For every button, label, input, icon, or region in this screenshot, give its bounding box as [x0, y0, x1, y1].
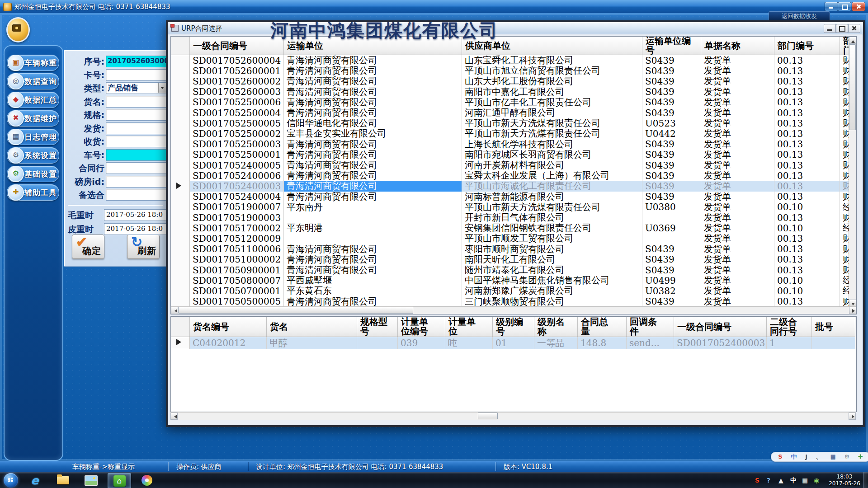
column-header-7[interactable]: 级别名称: [534, 317, 578, 337]
field-7-input[interactable]: [106, 136, 167, 147]
grid-cell[interactable]: 河南汇通甲醇有限公司: [462, 108, 642, 118]
sidebar-item-1[interactable]: ▣车辆称重: [7, 55, 59, 71]
horizontal-scrollbar[interactable]: [171, 306, 856, 314]
sidebar-item-4[interactable]: ✖数据维护: [7, 110, 59, 127]
taskbar-item-2[interactable]: [52, 473, 74, 488]
grid-cell[interactable]: 00.13: [774, 66, 840, 76]
grid-cell[interactable]: S0439: [642, 254, 701, 265]
grid-cell[interactable]: 平顶山市新天方洗煤有限责任公司: [462, 128, 642, 139]
scroll-down-button[interactable]: [849, 300, 856, 307]
sidebar-item-7[interactable]: ⚙基础设置: [7, 166, 59, 182]
grid-cell[interactable]: S0439: [642, 139, 701, 150]
input-method-bar[interactable]: S中J、▦⚙✚: [771, 452, 868, 462]
grid-cell[interactable]: [284, 212, 462, 223]
grid-cell[interactable]: 发货单: [701, 170, 774, 181]
expand-tray-icon[interactable]: ▲: [778, 477, 783, 484]
row-header[interactable]: [171, 233, 190, 244]
table-row[interactable]: SD0017051900007平东南丹平顶山市新天方洗煤有限责任公司U0380发…: [171, 202, 855, 213]
grid-cell[interactable]: 开封市新日气体有限公司: [462, 212, 642, 223]
table-row[interactable]: SD0017051700002平东明港安钢集团信阳钢铁有限责任公司U0369发货…: [171, 223, 855, 234]
sidebar-item-2[interactable]: ◎数据查询: [7, 73, 59, 89]
keyboard-tray-icon[interactable]: ▦: [802, 477, 808, 484]
grid-cell[interactable]: 河南新郑豫广煤炭有限公司: [462, 286, 642, 296]
row-header[interactable]: [171, 192, 190, 202]
lang-tray-icon[interactable]: 中: [790, 477, 797, 485]
grid-cell[interactable]: 00.13: [774, 212, 840, 223]
table-row[interactable]: SD0017052500002宝丰县企安实业有限公司平顶山市新天方洗煤有限责任公…: [171, 128, 855, 139]
vertical-scrollbar[interactable]: [849, 37, 856, 307]
grid-cell[interactable]: SD0017052600004: [190, 55, 284, 66]
grid-cell[interactable]: 青海清河商贸有限公司: [284, 150, 462, 160]
grid-cell[interactable]: 00.13: [774, 296, 840, 307]
field-3-input[interactable]: 产品销售: [106, 82, 167, 94]
grid-cell[interactable]: S0439: [642, 296, 701, 307]
row-header[interactable]: [171, 275, 190, 286]
row-header[interactable]: [171, 118, 190, 128]
grid-cell[interactable]: SD0017051100006: [190, 244, 284, 254]
sidebar-item-6[interactable]: ⚙系统设置: [7, 147, 59, 164]
grid-cell[interactable]: S0439: [642, 150, 701, 160]
grid-cell[interactable]: 青海清河商贸有限公司: [284, 76, 462, 86]
table-row[interactable]: SD0017050800007平西戚墅堰中国平煤神马集团焦化销售有限公司U049…: [171, 275, 855, 286]
field-1-input[interactable]: 20170526030001: [106, 56, 167, 67]
grid-cell[interactable]: 00.13: [774, 139, 840, 150]
row-header[interactable]: [171, 160, 190, 170]
confirm-button[interactable]: ✔ 确定: [72, 235, 104, 259]
column-header-3[interactable]: 供应商单位: [462, 37, 642, 55]
grid-cell[interactable]: 发货单: [701, 233, 774, 244]
table-row[interactable]: SD0017052400005青海清河商贸有限公司河南开炭新材料有限公司S043…: [171, 160, 855, 171]
table-row[interactable]: SD0017051200009平顶山市顺发工贸有限公司发货单00.13财务: [171, 233, 855, 244]
grid-cell[interactable]: 河南标普新能源有限公司: [462, 192, 642, 202]
column-header-9[interactable]: 回调条件: [627, 317, 674, 337]
row-header[interactable]: [171, 170, 190, 181]
field-4-input[interactable]: [106, 96, 167, 108]
grid-cell[interactable]: 发货单: [701, 212, 774, 223]
grid-cell[interactable]: 青海清河商贸有限公司: [284, 254, 462, 265]
grid-cell[interactable]: 148.8: [578, 337, 627, 349]
grid-cell[interactable]: SD0017051000002: [190, 254, 284, 265]
column-header-2[interactable]: 运输单位: [284, 37, 462, 55]
grid-cell[interactable]: 山东宝舜化工科技有限公司: [462, 55, 642, 66]
grid-cell[interactable]: 河南开炭新材料有限公司: [462, 160, 642, 170]
grid-cell[interactable]: SD0017052600001: [190, 66, 284, 76]
field-6-input[interactable]: [106, 122, 167, 134]
table-row[interactable]: SD0017052500001青海清河商贸有限公司南阳市宛城区长羽商贸有限公司S…: [171, 150, 855, 160]
punctuation-icon[interactable]: 、: [816, 453, 822, 461]
volume-tray-icon[interactable]: ◉: [814, 477, 819, 484]
grid-cell[interactable]: SD0017052600003: [190, 87, 284, 97]
grid-cell[interactable]: 青海清河商贸有限公司: [284, 181, 462, 191]
grid-cell[interactable]: 随州市靖泰化工有限公司: [462, 265, 642, 275]
grid-cell[interactable]: U0382: [642, 286, 701, 296]
grid-cell[interactable]: S0439: [642, 108, 701, 118]
dialog-titlebar[interactable]: URP合同选择: [168, 22, 863, 34]
grid-cell[interactable]: [642, 212, 701, 223]
grid-cell[interactable]: 发货单: [701, 66, 774, 76]
taskbar-item-5[interactable]: [136, 473, 158, 488]
field-11-input[interactable]: [106, 189, 167, 201]
grid-cell[interactable]: SD0017050900001: [190, 265, 284, 275]
grid-cell[interactable]: 三门峡聚顺物贸有限公司: [462, 296, 642, 307]
grid-cell[interactable]: 发货单: [701, 139, 774, 150]
grid-cell[interactable]: SD0017052500001: [190, 150, 284, 160]
show-desktop-button[interactable]: [863, 472, 868, 488]
row-header[interactable]: [171, 87, 190, 97]
grid-cell[interactable]: 发货单: [701, 76, 774, 86]
grid-cell[interactable]: SD0017052400003: [190, 181, 284, 191]
grid-cell[interactable]: 发货单: [701, 97, 774, 108]
column-header-4[interactable]: 计量单位编号: [398, 317, 445, 337]
row-header[interactable]: [171, 66, 190, 76]
grid-cell[interactable]: 青海清河商贸有限公司: [284, 87, 462, 97]
row-header[interactable]: [171, 181, 190, 191]
grid-cell[interactable]: 发货单: [701, 55, 774, 66]
grid-cell[interactable]: 平顶山市海诚化工有限责任公司: [462, 181, 642, 191]
grid-cell[interactable]: 吨: [445, 337, 493, 349]
grid-cell[interactable]: SD0017050800007: [190, 275, 284, 286]
row-header[interactable]: [171, 55, 190, 66]
grid-cell[interactable]: 青海清河商贸有限公司: [284, 66, 462, 76]
grid-cell[interactable]: S0439: [642, 265, 701, 275]
grid-cell[interactable]: S0439: [642, 244, 701, 254]
grid-cell[interactable]: send...: [627, 337, 674, 349]
row-header[interactable]: [171, 128, 190, 139]
grid-cell[interactable]: 00.13: [774, 233, 840, 244]
grid-cell[interactable]: 青海清河商贸有限公司: [284, 139, 462, 150]
